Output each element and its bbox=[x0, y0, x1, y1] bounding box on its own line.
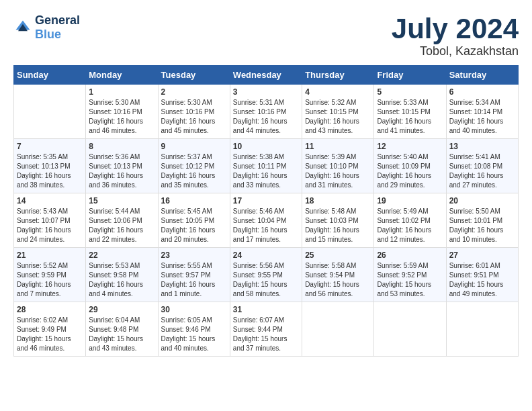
day-number: 12 bbox=[377, 142, 443, 151]
daylight-text: Daylight: 16 hours and 44 minutes. bbox=[233, 117, 299, 136]
daylight-text: Daylight: 16 hours and 22 minutes. bbox=[89, 226, 154, 244]
cell-content: Sunrise: 5:43 AMSunset: 10:07 PMDaylight… bbox=[17, 207, 83, 244]
sunrise-text: Sunrise: 5:35 AM bbox=[17, 152, 83, 162]
calendar-cell: 19Sunrise: 5:49 AMSunset: 10:02 PMDaylig… bbox=[374, 193, 446, 248]
sunset-text: Sunset: 10:10 PM bbox=[305, 162, 371, 171]
day-number: 22 bbox=[89, 250, 154, 260]
calendar-cell: 10Sunrise: 5:38 AMSunset: 10:11 PMDaylig… bbox=[230, 139, 302, 193]
sunrise-text: Sunrise: 5:38 AM bbox=[233, 152, 299, 162]
sunrise-text: Sunrise: 5:39 AM bbox=[305, 152, 371, 162]
sunrise-text: Sunrise: 5:46 AM bbox=[233, 207, 299, 216]
sunrise-text: Sunrise: 5:44 AM bbox=[89, 207, 154, 216]
daylight-text: Daylight: 16 hours and 10 minutes. bbox=[449, 226, 515, 244]
sunrise-text: Sunrise: 5:58 AM bbox=[305, 261, 371, 271]
cell-content: Sunrise: 5:36 AMSunset: 10:13 PMDaylight… bbox=[89, 152, 154, 190]
calendar-cell: 16Sunrise: 5:45 AMSunset: 10:05 PMDaylig… bbox=[158, 193, 230, 248]
calendar-cell: 7Sunrise: 5:35 AMSunset: 10:13 PMDayligh… bbox=[14, 139, 86, 193]
sunset-text: Sunset: 10:01 PM bbox=[449, 216, 515, 226]
day-number: 24 bbox=[233, 250, 299, 260]
calendar-week-row: 1Sunrise: 5:30 AMSunset: 10:16 PMDayligh… bbox=[14, 85, 519, 139]
logo: General Blue bbox=[13, 13, 80, 42]
sunset-text: Sunset: 9:51 PM bbox=[449, 271, 515, 280]
calendar-cell: 21Sunrise: 5:52 AMSunset: 9:59 PMDayligh… bbox=[14, 248, 86, 302]
calendar-week-row: 28Sunrise: 6:02 AMSunset: 9:49 PMDayligh… bbox=[14, 302, 519, 357]
calendar-cell: 27Sunrise: 6:01 AMSunset: 9:51 PMDayligh… bbox=[446, 248, 518, 302]
calendar-cell: 24Sunrise: 5:56 AMSunset: 9:55 PMDayligh… bbox=[230, 248, 302, 302]
daylight-text: Daylight: 15 hours and 46 minutes. bbox=[17, 334, 83, 353]
daylight-text: Daylight: 16 hours and 46 minutes. bbox=[89, 117, 154, 136]
day-number: 25 bbox=[305, 250, 371, 260]
calendar-week-row: 14Sunrise: 5:43 AMSunset: 10:07 PMDaylig… bbox=[14, 193, 519, 248]
sunrise-text: Sunrise: 6:02 AM bbox=[17, 316, 83, 325]
weekday-header: Tuesday bbox=[158, 66, 230, 85]
cell-content: Sunrise: 5:53 AMSunset: 9:58 PMDaylight:… bbox=[89, 261, 154, 299]
calendar-cell: 14Sunrise: 5:43 AMSunset: 10:07 PMDaylig… bbox=[14, 193, 86, 248]
logo-icon bbox=[13, 18, 32, 37]
calendar-cell: 12Sunrise: 5:40 AMSunset: 10:09 PMDaylig… bbox=[374, 139, 446, 193]
sunrise-text: Sunrise: 5:56 AM bbox=[233, 261, 299, 271]
weekday-header: Saturday bbox=[446, 66, 518, 85]
sunrise-text: Sunrise: 5:55 AM bbox=[161, 261, 227, 271]
cell-content: Sunrise: 5:34 AMSunset: 10:14 PMDaylight… bbox=[449, 98, 515, 136]
page-container: General Blue July 2024 Tobol, Kazakhstan… bbox=[0, 0, 532, 363]
daylight-text: Daylight: 16 hours and 20 minutes. bbox=[161, 226, 227, 244]
sunrise-text: Sunrise: 5:37 AM bbox=[161, 152, 227, 162]
calendar-cell bbox=[446, 302, 518, 357]
daylight-text: Daylight: 16 hours and 38 minutes. bbox=[17, 171, 83, 190]
day-number: 4 bbox=[305, 87, 371, 97]
cell-content: Sunrise: 5:38 AMSunset: 10:11 PMDaylight… bbox=[233, 152, 299, 190]
calendar-cell: 17Sunrise: 5:46 AMSunset: 10:04 PMDaylig… bbox=[230, 193, 302, 248]
sunset-text: Sunset: 10:12 PM bbox=[161, 162, 227, 171]
cell-content: Sunrise: 5:39 AMSunset: 10:10 PMDaylight… bbox=[305, 152, 371, 190]
calendar-cell: 20Sunrise: 5:50 AMSunset: 10:01 PMDaylig… bbox=[446, 193, 518, 248]
sunset-text: Sunset: 10:05 PM bbox=[161, 216, 227, 226]
day-number: 16 bbox=[161, 196, 227, 205]
sunrise-text: Sunrise: 5:32 AM bbox=[305, 98, 371, 107]
sunset-text: Sunset: 10:02 PM bbox=[377, 216, 443, 226]
sunset-text: Sunset: 9:49 PM bbox=[17, 325, 83, 334]
sunrise-text: Sunrise: 5:48 AM bbox=[305, 207, 371, 216]
weekday-header: Wednesday bbox=[230, 66, 302, 85]
logo-text: General Blue bbox=[35, 13, 80, 42]
cell-content: Sunrise: 5:32 AMSunset: 10:15 PMDaylight… bbox=[305, 98, 371, 136]
daylight-text: Daylight: 15 hours and 58 minutes. bbox=[233, 280, 299, 299]
sunrise-text: Sunrise: 6:04 AM bbox=[89, 316, 154, 325]
calendar-header: SundayMondayTuesdayWednesdayThursdayFrid… bbox=[14, 66, 519, 85]
day-number: 15 bbox=[89, 196, 154, 205]
sunrise-text: Sunrise: 5:43 AM bbox=[17, 207, 83, 216]
weekday-header: Sunday bbox=[14, 66, 86, 85]
cell-content: Sunrise: 5:55 AMSunset: 9:57 PMDaylight:… bbox=[161, 261, 227, 299]
daylight-text: Daylight: 16 hours and 24 minutes. bbox=[17, 226, 83, 244]
calendar-cell bbox=[302, 302, 374, 357]
title-block: July 2024 Tobol, Kazakhstan bbox=[392, 13, 519, 58]
daylight-text: Daylight: 16 hours and 12 minutes. bbox=[377, 226, 443, 244]
calendar-cell: 8Sunrise: 5:36 AMSunset: 10:13 PMDayligh… bbox=[86, 139, 158, 193]
month-title: July 2024 bbox=[392, 13, 519, 44]
daylight-text: Daylight: 16 hours and 43 minutes. bbox=[305, 117, 371, 136]
cell-content: Sunrise: 5:40 AMSunset: 10:09 PMDaylight… bbox=[377, 152, 443, 190]
cell-content: Sunrise: 6:01 AMSunset: 9:51 PMDaylight:… bbox=[449, 261, 515, 299]
calendar-cell: 26Sunrise: 5:59 AMSunset: 9:52 PMDayligh… bbox=[374, 248, 446, 302]
day-number: 8 bbox=[89, 142, 154, 151]
day-number: 27 bbox=[449, 250, 515, 260]
daylight-text: Daylight: 16 hours and 31 minutes. bbox=[305, 171, 371, 190]
day-number: 23 bbox=[161, 250, 227, 260]
cell-content: Sunrise: 5:35 AMSunset: 10:13 PMDaylight… bbox=[17, 152, 83, 190]
sunrise-text: Sunrise: 5:31 AM bbox=[233, 98, 299, 107]
calendar-week-row: 21Sunrise: 5:52 AMSunset: 9:59 PMDayligh… bbox=[14, 248, 519, 302]
daylight-text: Daylight: 16 hours and 1 minute. bbox=[161, 280, 227, 299]
sunset-text: Sunset: 9:58 PM bbox=[89, 271, 154, 280]
cell-content: Sunrise: 6:04 AMSunset: 9:48 PMDaylight:… bbox=[89, 316, 154, 353]
weekday-header: Friday bbox=[374, 66, 446, 85]
cell-content: Sunrise: 5:30 AMSunset: 10:16 PMDaylight… bbox=[161, 98, 227, 136]
daylight-text: Daylight: 16 hours and 29 minutes. bbox=[377, 171, 443, 190]
daylight-text: Daylight: 15 hours and 56 minutes. bbox=[305, 280, 371, 299]
sunset-text: Sunset: 10:06 PM bbox=[89, 216, 154, 226]
sunrise-text: Sunrise: 5:34 AM bbox=[449, 98, 515, 107]
daylight-text: Daylight: 15 hours and 40 minutes. bbox=[161, 334, 227, 353]
day-number: 17 bbox=[233, 196, 299, 205]
calendar-cell bbox=[374, 302, 446, 357]
cell-content: Sunrise: 5:37 AMSunset: 10:12 PMDaylight… bbox=[161, 152, 227, 190]
calendar-cell: 13Sunrise: 5:41 AMSunset: 10:08 PMDaylig… bbox=[446, 139, 518, 193]
cell-content: Sunrise: 5:30 AMSunset: 10:16 PMDaylight… bbox=[89, 98, 154, 136]
